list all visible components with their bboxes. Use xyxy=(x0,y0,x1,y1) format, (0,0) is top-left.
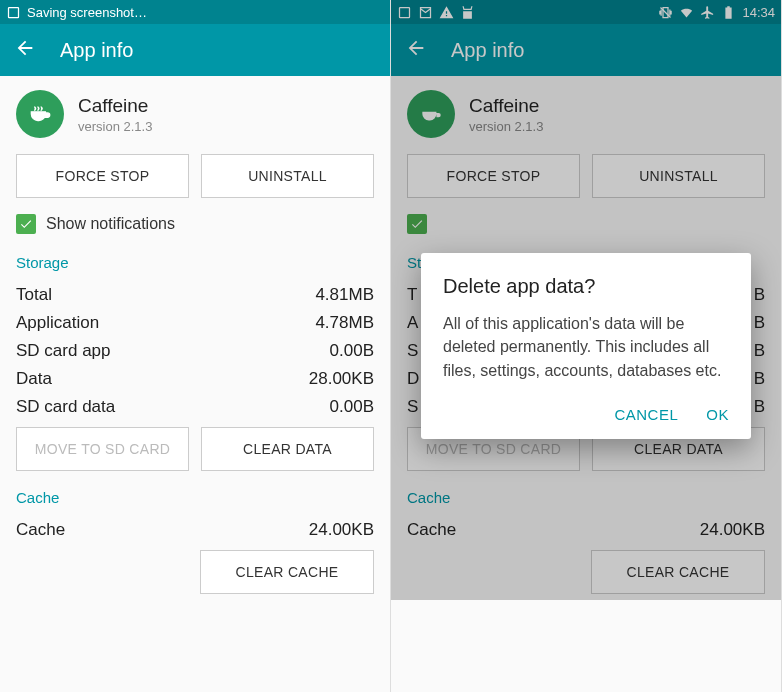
row-data: Data 28.00KB xyxy=(0,365,390,393)
status-bar: 14:34 xyxy=(391,0,781,24)
row-total: Total 4.81MB xyxy=(0,281,390,309)
row-sd-card-app: SD card app 0.00B xyxy=(0,337,390,365)
show-notifications-row[interactable] xyxy=(391,204,781,248)
screen-right: 14:34 App info Caffeine version 2.1.3 FO… xyxy=(391,0,782,692)
app-icon xyxy=(407,90,455,138)
storage-section-title: Storage xyxy=(0,248,390,281)
uninstall-button[interactable]: UNINSTALL xyxy=(592,154,765,198)
mail-icon xyxy=(418,5,433,20)
row-value: 4.81MB xyxy=(315,285,374,305)
ok-button[interactable]: OK xyxy=(706,406,729,423)
uninstall-button[interactable]: UNINSTALL xyxy=(201,154,374,198)
back-icon[interactable] xyxy=(405,37,427,63)
screen-left: Saving screenshot… App info Caffeine ver… xyxy=(0,0,391,692)
app-header: Caffeine version 2.1.3 xyxy=(0,76,390,148)
row-cache: Cache 24.00KB xyxy=(0,516,390,544)
app-version: version 2.1.3 xyxy=(469,119,543,134)
cache-section-title: Cache xyxy=(391,483,781,516)
show-notifications-row[interactable]: Show notifications xyxy=(0,204,390,248)
force-stop-button[interactable]: FORCE STOP xyxy=(16,154,189,198)
app-icon xyxy=(16,90,64,138)
clear-cache-button[interactable]: CLEAR CACHE xyxy=(200,550,374,594)
clear-data-button[interactable]: CLEAR DATA xyxy=(201,427,374,471)
row-value: 0.00B xyxy=(330,341,374,361)
force-stop-button[interactable]: FORCE STOP xyxy=(407,154,580,198)
battery-icon xyxy=(721,5,736,20)
airplane-icon xyxy=(700,5,715,20)
cancel-button[interactable]: CANCEL xyxy=(614,406,678,423)
app-version: version 2.1.3 xyxy=(78,119,152,134)
page-title: App info xyxy=(60,39,133,62)
row-cache: Cache 24.00KB xyxy=(391,516,781,544)
row-application: Application 4.78MB xyxy=(0,309,390,337)
app-bar: App info xyxy=(391,24,781,76)
vibrate-icon xyxy=(658,5,673,20)
row-sd-card-data: SD card data 0.00B xyxy=(0,393,390,421)
move-to-sd-button: MOVE TO SD CARD xyxy=(16,427,189,471)
cache-section-title: Cache xyxy=(0,483,390,516)
status-text: Saving screenshot… xyxy=(27,5,147,20)
row-value: 24.00KB xyxy=(309,520,374,540)
checkbox-checked-icon[interactable] xyxy=(16,214,36,234)
app-bar: App info xyxy=(0,24,390,76)
app-header: Caffeine version 2.1.3 xyxy=(391,76,781,148)
row-value: 4.78MB xyxy=(315,313,374,333)
screenshot-icon xyxy=(397,5,412,20)
row-label: Application xyxy=(16,313,99,333)
row-label: Total xyxy=(16,285,52,305)
dialog-body: All of this application's data will be d… xyxy=(443,312,729,382)
delete-app-data-dialog: Delete app data? All of this application… xyxy=(421,253,751,439)
show-notifications-label: Show notifications xyxy=(46,215,175,233)
content: Caffeine version 2.1.3 FORCE STOP UNINST… xyxy=(0,76,390,600)
warning-icon xyxy=(439,5,454,20)
back-icon[interactable] xyxy=(14,37,36,63)
svg-rect-0 xyxy=(9,7,19,17)
row-label: SD card data xyxy=(16,397,115,417)
row-value: 24.00KB xyxy=(700,520,765,540)
status-bar: Saving screenshot… xyxy=(0,0,390,24)
row-label: Data xyxy=(16,369,52,389)
clock: 14:34 xyxy=(742,5,775,20)
store-icon xyxy=(460,5,475,20)
screenshot-icon xyxy=(6,5,21,20)
app-name: Caffeine xyxy=(469,95,543,117)
checkbox-checked-icon[interactable] xyxy=(407,214,427,234)
page-title: App info xyxy=(451,39,524,62)
row-value: 0.00B xyxy=(330,397,374,417)
row-label: Cache xyxy=(16,520,65,540)
row-value: 28.00KB xyxy=(309,369,374,389)
svg-rect-1 xyxy=(400,7,410,17)
app-name: Caffeine xyxy=(78,95,152,117)
row-label: Cache xyxy=(407,520,456,540)
row-label: SD card app xyxy=(16,341,111,361)
wifi-icon xyxy=(679,5,694,20)
clear-cache-button[interactable]: CLEAR CACHE xyxy=(591,550,765,594)
dialog-title: Delete app data? xyxy=(443,275,729,298)
